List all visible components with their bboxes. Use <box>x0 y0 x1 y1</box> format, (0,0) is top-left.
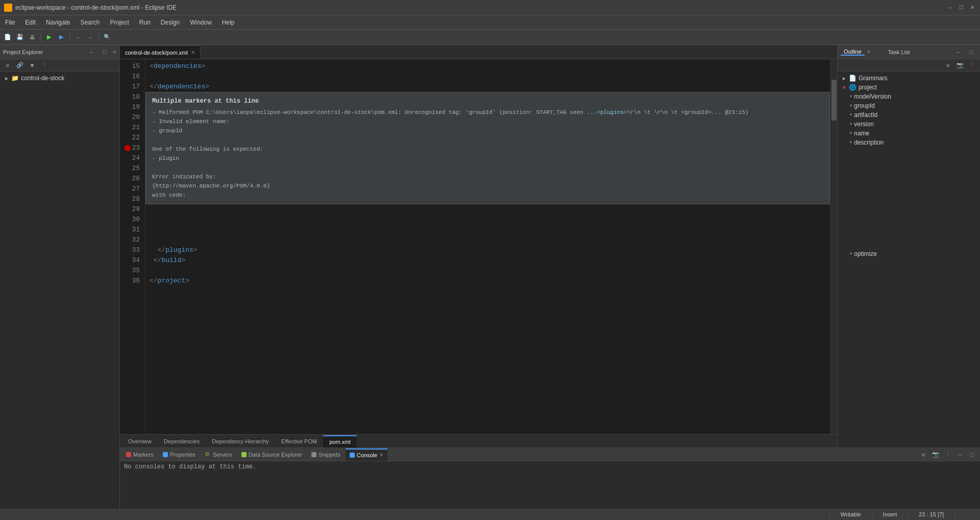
console-close-button[interactable]: ✕ <box>379 452 383 458</box>
dot-icon-7: • <box>850 250 852 257</box>
editor-tab-pom[interactable]: control-de-stock/pom.xml ✕ <box>120 45 201 59</box>
bottom-tab-dependencies[interactable]: Dependencies <box>158 435 206 447</box>
outline-grammars[interactable]: ► 📄 Grammars <box>838 74 980 83</box>
console-toolbar-btn-3[interactable]: ⋮ <box>942 449 953 460</box>
marker-line-5: One of the following is expected: <box>152 145 823 154</box>
maximize-button[interactable]: ☐ <box>958 4 965 11</box>
status-sep-4: | <box>954 511 955 517</box>
ln-19: 19 <box>120 102 140 112</box>
marker-line-1: - Malformed POM C:\Users\ianpa\eclipse-w… <box>152 108 823 117</box>
marker-line-9: {http://maven.apache.org/POM/4.0.0} <box>152 181 823 191</box>
pe-minimize-button[interactable]: − <box>86 46 97 58</box>
marker-line-4 <box>152 135 823 145</box>
project-icon: 🌐 <box>849 84 856 91</box>
console-tab-console[interactable]: Console ✕ <box>346 448 387 461</box>
console-minimize-button[interactable]: − <box>954 449 966 460</box>
menu-design[interactable]: Design <box>156 17 185 28</box>
properties-label: Properties <box>170 452 195 458</box>
pe-header: Project Explorer − □ ✕ <box>0 45 119 59</box>
dot-icon-6: • <box>850 139 852 146</box>
debug-button[interactable]: ▶ <box>56 32 67 43</box>
menu-run[interactable]: Run <box>134 17 156 28</box>
toolbar-sep-2 <box>69 33 70 42</box>
pe-collapse-button[interactable]: ≡ <box>2 60 13 71</box>
back-button[interactable]: ← <box>72 32 84 43</box>
editor-scrollbar[interactable] <box>830 59 837 434</box>
save-button[interactable]: 💾 <box>14 32 26 43</box>
outline-artifactid[interactable]: • artifactId <box>838 110 980 120</box>
menu-window[interactable]: Window <box>185 17 217 28</box>
forward-button[interactable]: → <box>85 32 96 43</box>
ln-33: 33 <box>120 245 140 255</box>
dot-icon-5: • <box>850 130 852 137</box>
ln-28: 28 <box>120 194 140 204</box>
pe-maximize-button[interactable]: □ <box>99 46 110 58</box>
new-button[interactable]: 📄 <box>2 32 13 43</box>
outline-version[interactable]: • version <box>838 120 980 129</box>
outline-minimize-button[interactable]: − <box>952 46 964 58</box>
toolbar: 📄 💾 🖶 ▶ ▶ ← → 🔍 <box>0 30 980 45</box>
console-toolbar-btn-2[interactable]: 📷 <box>930 449 941 460</box>
run-button[interactable]: ▶ <box>43 32 55 43</box>
outline-btn-3[interactable]: ⋮ <box>967 60 978 71</box>
dot-icon-3: • <box>850 111 852 119</box>
console-area: Markers Properties ⚙ Servers Data Source… <box>120 447 980 509</box>
menu-navigate[interactable]: Navigate <box>41 17 75 28</box>
outline-groupid[interactable]: • groupId <box>838 101 980 110</box>
scrollbar-thumb[interactable] <box>831 80 837 121</box>
expand-arrow-icon: ► <box>4 76 9 81</box>
code-area[interactable]: <dependencies> </dependencies> <build> <… <box>145 59 830 434</box>
outline-project-label: project <box>859 84 877 91</box>
bottom-tab-overview[interactable]: Overview <box>122 435 158 447</box>
console-tab-properties[interactable]: Properties <box>159 448 200 461</box>
pe-menu-button[interactable]: ⋮ <box>39 60 50 71</box>
bottom-tab-effective-pom[interactable]: Effective POM <box>275 435 323 447</box>
menu-search[interactable]: Search <box>75 17 105 28</box>
pe-link-button[interactable]: 🔗 <box>14 60 26 71</box>
editor-content[interactable]: 15 16 17 18 19 20 21 22 23 24 25 26 <box>120 59 837 434</box>
outline-optimize[interactable]: • optimize <box>838 249 980 258</box>
eclipse-icon <box>4 4 12 12</box>
outline-btn-2[interactable]: 📷 <box>954 60 966 71</box>
status-sep-1: | <box>829 511 830 517</box>
pe-root-item[interactable]: ► 📁 control-de-stock <box>0 74 119 83</box>
outline-tab[interactable]: Outline <box>841 49 865 56</box>
ln-15: 15 <box>120 61 140 72</box>
menu-project[interactable]: Project <box>105 17 134 28</box>
console-tab-markers[interactable]: Markers <box>122 448 158 461</box>
marker-popup-title: Multiple markers at this line <box>152 97 823 106</box>
console-tab-datasource[interactable]: Data Source Explorer <box>237 448 306 461</box>
print-button[interactable]: 🖶 <box>27 32 38 43</box>
pe-close-button[interactable]: ✕ <box>112 49 116 55</box>
console-tab-servers[interactable]: ⚙ Servers <box>201 448 236 461</box>
pe-filter-button[interactable]: ▼ <box>27 60 38 71</box>
ln-29: 29 <box>120 204 140 215</box>
outline-close-button[interactable]: ✕ <box>867 49 871 55</box>
minimize-button[interactable]: – <box>946 4 953 11</box>
outline-modelversion[interactable]: • modelVersion <box>838 92 980 101</box>
console-maximize-button[interactable]: □ <box>967 449 978 460</box>
markers-icon <box>126 452 131 457</box>
bottom-tab-pom-xml[interactable]: pom.xml <box>323 435 357 447</box>
outline-btn-1[interactable]: ≡ <box>942 60 953 71</box>
task-list-tab[interactable]: Task List <box>885 49 913 55</box>
status-insert: Insert <box>883 511 897 517</box>
outline-maximize-button[interactable]: □ <box>966 46 977 58</box>
tab-close-button[interactable]: ✕ <box>191 50 195 55</box>
window-title: eclipse-workspace - control-de-stock/pom… <box>15 4 946 11</box>
search-button[interactable]: 🔍 <box>102 32 113 43</box>
console-tab-snippets[interactable]: Snippets <box>307 448 345 461</box>
outline-panel: Outline ✕ Task List − □ ≡ 📷 ⋮ ► <box>837 45 980 447</box>
ln-35: 35 <box>120 266 140 276</box>
outline-name[interactable]: • name <box>838 129 980 138</box>
close-button[interactable]: ✕ <box>969 4 976 11</box>
console-toolbar-btn-1[interactable]: ≡ <box>918 449 929 460</box>
menu-edit[interactable]: Edit <box>20 17 41 28</box>
menu-help[interactable]: Help <box>217 17 240 28</box>
outline-project[interactable]: ▼ 🌐 project <box>838 83 980 92</box>
menu-file[interactable]: File <box>0 17 20 28</box>
bottom-tab-dep-hierarchy[interactable]: Dependency Hierarchy <box>206 435 275 447</box>
project-name: control-de-stock <box>21 75 64 82</box>
editor-bottom-tabs: Overview Dependencies Dependency Hierarc… <box>120 434 837 447</box>
outline-description[interactable]: • description <box>838 138 980 147</box>
